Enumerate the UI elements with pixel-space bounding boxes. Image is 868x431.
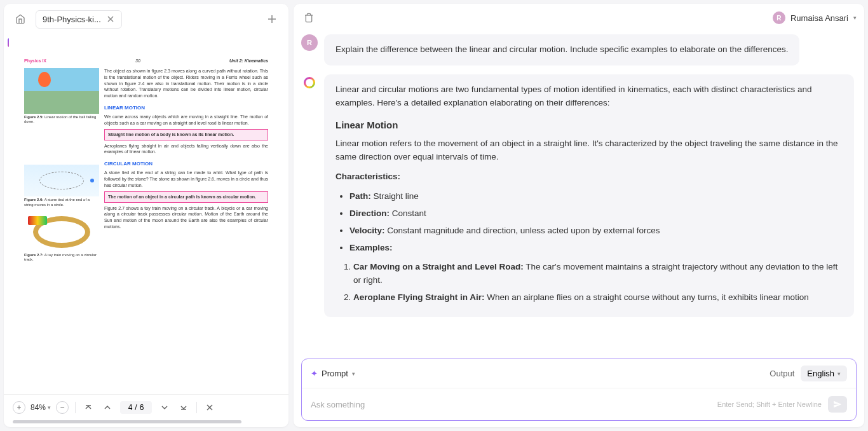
section-heading: LINEAR MOTION (104, 104, 268, 111)
user-menu[interactable]: R Rumaisa Ansari ▾ (773, 11, 857, 24)
ai-message: Linear and circular motions are two fund… (324, 74, 854, 317)
figure-2-6 (24, 165, 99, 196)
page-input[interactable]: 4/6 (120, 401, 152, 414)
pdf-toolbar: + 84%▾ − 4/6 (4, 394, 288, 420)
section-heading: CIRCULAR MOTION (104, 160, 268, 167)
figure-caption: Figure 2.7: A toy train moving on a circ… (24, 253, 99, 262)
user-message-row: R Explain the difference between the lin… (301, 34, 854, 65)
username: Rumaisa Ansari (790, 13, 848, 23)
figure-2-7 (24, 212, 99, 252)
language-selector[interactable]: English ▾ (801, 366, 847, 381)
book-title: Physics IX (24, 58, 46, 63)
horizontal-scrollbar[interactable] (13, 420, 241, 423)
unit-title: Unit 2: Kinematics (229, 58, 268, 63)
ai-avatar (301, 74, 318, 91)
document-tab[interactable]: 9th-Physics-ki... (36, 10, 122, 29)
send-button[interactable] (828, 396, 847, 413)
ai-logo-icon (304, 77, 315, 88)
chevron-down-icon: ▾ (48, 404, 51, 411)
pdf-viewport[interactable]: UPDF Physics IX 30 Unit 2: Kinematics Fi… (4, 34, 288, 394)
tab-label: 9th-Physics-ki... (43, 15, 101, 24)
first-page-button[interactable] (82, 401, 95, 414)
definition-box: The motion of an object in a circular pa… (104, 191, 268, 203)
chat-panel: R Rumaisa Ansari ▾ R Explain the differe… (294, 4, 864, 427)
prev-page-button[interactable] (101, 401, 114, 414)
add-tab-button[interactable] (262, 9, 282, 29)
chat-input[interactable] (311, 400, 717, 409)
chevron-down-icon: ▾ (352, 371, 355, 377)
figure-caption: Figure 2.6: A stone tied at the end of a… (24, 198, 99, 207)
response-heading: Linear Motion (336, 118, 843, 132)
prompt-mode-selector[interactable]: ✦ Prompt ▾ (311, 369, 355, 378)
chat-header: R Rumaisa Ansari ▾ (301, 10, 857, 25)
next-page-button[interactable] (158, 401, 171, 414)
pdf-text-content: The object as shown in figure 2.3 moves … (104, 68, 268, 267)
zoom-in-button[interactable]: + (13, 401, 25, 414)
definition-box: Straight line motion of a body is known … (104, 129, 268, 140)
pdf-page: Physics IX 30 Unit 2: Kinematics Figure … (9, 37, 283, 392)
tabs-bar: 9th-Physics-ki... (4, 4, 288, 34)
sparkle-icon: ✦ (311, 369, 318, 378)
pdf-panel: 9th-Physics-ki... UPDF Physics IX 30 Uni… (4, 4, 288, 427)
close-icon[interactable] (106, 15, 115, 24)
output-label: Output (770, 369, 794, 378)
last-page-button[interactable] (177, 401, 190, 414)
delete-button[interactable] (301, 10, 316, 25)
home-icon (15, 14, 25, 24)
page-number: 30 (135, 58, 140, 63)
chat-input-area: ✦ Prompt ▾ Output English ▾ Enter Send; … (301, 359, 857, 421)
zoom-level[interactable]: 84%▾ (31, 403, 51, 412)
zoom-out-button[interactable]: − (56, 401, 69, 414)
ai-message-row: Linear and circular motions are two fund… (301, 74, 854, 317)
avatar: R (773, 11, 785, 24)
trash-icon (304, 13, 314, 23)
figure-2-5 (24, 68, 99, 114)
chat-messages: R Explain the difference between the lin… (301, 34, 857, 352)
close-toolbar-button[interactable] (203, 401, 216, 414)
input-hint: Enter Send; Shift + Enter Newline (717, 400, 822, 408)
page-header: Physics IX 30 Unit 2: Kinematics (24, 58, 268, 63)
avatar: R (301, 34, 318, 51)
user-message: Explain the difference between the linea… (324, 34, 799, 65)
chevron-down-icon: ▾ (837, 371, 841, 377)
figure-caption: Figure 2.5: Figure 2.5: Linear motion of… (24, 115, 99, 124)
home-button[interactable] (10, 9, 31, 29)
plus-icon (267, 14, 277, 24)
send-icon (833, 400, 842, 409)
chevron-down-icon: ▾ (853, 15, 857, 21)
